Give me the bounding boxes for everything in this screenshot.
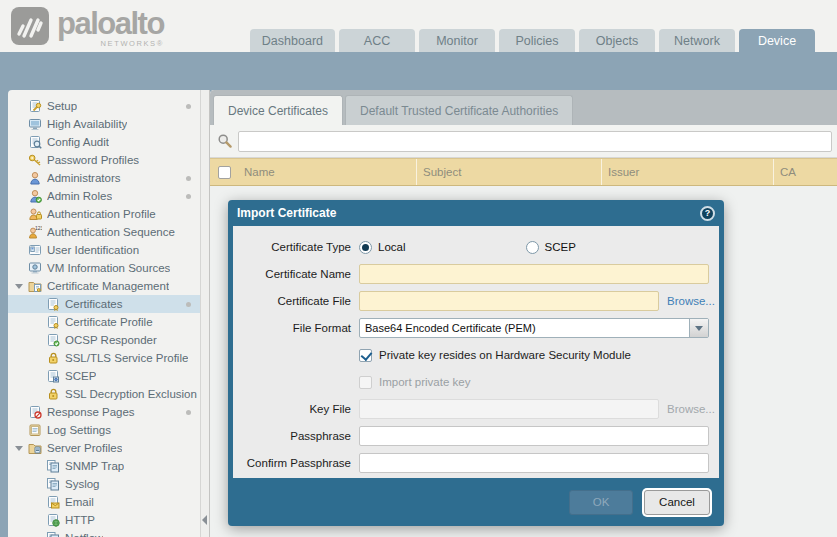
certificates-icon — [46, 297, 60, 311]
sidebar-item-label: Config Audit — [47, 136, 109, 148]
sidebar-item-http[interactable]: HTTP — [8, 511, 200, 529]
sidebar-item-label: SNMP Trap — [65, 460, 124, 472]
expander-icon[interactable] — [15, 446, 23, 451]
sidebar-item-ocsp-responder[interactable]: OCSP Responder — [8, 331, 200, 349]
column-header-ca[interactable]: CA — [773, 159, 837, 185]
key-file-label: Key File — [239, 403, 359, 415]
server-profiles-icon — [28, 441, 42, 455]
hsm-checkbox-label: Private key resides on Hardware Security… — [379, 349, 631, 361]
sidebar-item-server-profiles[interactable]: Server Profiles — [8, 439, 200, 457]
radio-scep-label: SCEP — [545, 241, 576, 253]
radio-local[interactable] — [359, 241, 372, 254]
sidebar-item-label: SSL Decryption Exclusion — [65, 388, 197, 400]
sidebar-item-label: OCSP Responder — [65, 334, 157, 346]
certificate-name-input[interactable] — [359, 264, 709, 284]
tab-network[interactable]: Network — [659, 29, 735, 52]
sidebar-item-admin-roles[interactable]: Admin Roles — [8, 187, 200, 205]
sidebar-item-label: Authentication Profile — [47, 208, 156, 220]
dialog-title: Import Certificate — [237, 206, 336, 220]
tab-monitor[interactable]: Monitor — [419, 29, 495, 52]
hsm-checkbox[interactable] — [359, 349, 372, 362]
sidebar-item-certificates[interactable]: Certificates — [8, 295, 200, 313]
sidebar-item-certificate-profile[interactable]: Certificate Profile — [8, 313, 200, 331]
passphrase-label: Passphrase — [239, 430, 359, 442]
high-availability-icon — [28, 117, 42, 131]
svg-text:123: 123 — [35, 225, 42, 231]
netflow-icon — [46, 531, 60, 537]
certificate-file-browse-button[interactable]: Browse... — [667, 295, 715, 307]
authentication-profile-icon — [28, 207, 42, 221]
sidebar-splitter[interactable] — [200, 90, 210, 537]
sidebar-item-authentication-sequence[interactable]: 123Authentication Sequence — [8, 223, 200, 241]
row-dot-icon — [186, 410, 191, 415]
sidebar-item-label: Syslog — [65, 478, 100, 490]
app-window: paloalto NETWORKS® DashboardACCMonitorPo… — [0, 0, 837, 537]
cancel-button[interactable]: Cancel — [644, 490, 710, 515]
confirm-passphrase-label: Confirm Passphrase — [239, 457, 359, 469]
row-dot-icon — [186, 194, 191, 199]
sidebar-item-label: User Identification — [47, 244, 139, 256]
sidebar-item-authentication-profile[interactable]: Authentication Profile — [8, 205, 200, 223]
sidebar-item-config-audit[interactable]: Config Audit — [8, 133, 200, 151]
sidebar-item-snmp-trap[interactable]: SNMP Trap — [8, 457, 200, 475]
column-header-name[interactable]: Name — [238, 159, 416, 185]
administrators-icon — [28, 171, 42, 185]
sidebar-item-ssl-tls-service-profile[interactable]: SSL/TLS Service Profile — [8, 349, 200, 367]
sidebar-item-label: Server Profiles — [47, 442, 122, 454]
sidebar-item-netflow[interactable]: Netflow — [8, 529, 200, 537]
dialog-footer: OK Cancel — [228, 478, 724, 526]
sidebar-item-syslog[interactable]: Syslog — [8, 475, 200, 493]
select-all-checkbox[interactable] — [218, 166, 231, 179]
chevron-down-icon[interactable] — [689, 319, 708, 337]
help-icon[interactable]: ? — [700, 206, 715, 221]
sidebar-item-administrators[interactable]: Administrators — [8, 169, 200, 187]
sidebar-item-certificate-management[interactable]: Certificate Management — [8, 277, 200, 295]
certificate-file-input[interactable] — [359, 291, 659, 311]
header-band — [0, 52, 837, 90]
tab-dashboard[interactable]: Dashboard — [250, 29, 335, 52]
sidebar-item-response-pages[interactable]: Response Pages — [8, 403, 200, 421]
column-header-subject[interactable]: Subject — [416, 159, 601, 185]
column-header-issuer[interactable]: Issuer — [601, 159, 773, 185]
sidebar-item-email[interactable]: Email — [8, 493, 200, 511]
top-header: paloalto NETWORKS® DashboardACCMonitorPo… — [0, 0, 837, 52]
ocsp-responder-icon — [46, 333, 60, 347]
file-format-label: File Format — [239, 322, 359, 334]
sidebar-item-vm-information-sources[interactable]: VM Information Sources — [8, 259, 200, 277]
user-identification-icon — [28, 243, 42, 257]
tab-device[interactable]: Device — [739, 29, 815, 52]
search-input[interactable] — [238, 131, 832, 152]
sidebar-item-label: High Availability — [47, 118, 127, 130]
tab-objects[interactable]: Objects — [579, 29, 655, 52]
tab-default-trusted-certificate-authorities[interactable]: Default Trusted Certificate Authorities — [345, 95, 573, 125]
paloalto-logo: paloalto NETWORKS® — [10, 6, 164, 48]
sidebar-item-scep[interactable]: SCEP — [8, 367, 200, 385]
import-private-key-checkbox — [359, 376, 372, 389]
radio-scep[interactable] — [526, 241, 539, 254]
tab-device-certificates[interactable]: Device Certificates — [213, 95, 343, 125]
tab-policies[interactable]: Policies — [499, 29, 575, 52]
dialog-body: Certificate Type Local SCEP Certificate … — [228, 226, 724, 478]
sidebar-item-log-settings[interactable]: Log Settings — [8, 421, 200, 439]
sidebar-item-label: HTTP — [65, 514, 95, 526]
expander-icon[interactable] — [15, 284, 23, 289]
sidebar-collapse-icon[interactable] — [202, 515, 207, 525]
sidebar-item-password-profiles[interactable]: Password Profiles — [8, 151, 200, 169]
sidebar-item-label: Setup — [47, 100, 77, 112]
certificate-management-icon — [28, 279, 42, 293]
sidebar-item-label: Authentication Sequence — [47, 226, 175, 238]
content-tabstrip: Device CertificatesDefault Trusted Certi… — [210, 90, 837, 125]
sidebar-item-user-identification[interactable]: User Identification — [8, 241, 200, 259]
vm-information-sources-icon — [28, 261, 42, 275]
tab-acc[interactable]: ACC — [339, 29, 415, 52]
sidebar-item-label: Log Settings — [47, 424, 111, 436]
passphrase-input[interactable] — [359, 426, 709, 446]
sidebar-item-label: VM Information Sources — [47, 262, 170, 274]
sidebar-item-label: Certificate Management — [47, 280, 169, 292]
sidebar-item-setup[interactable]: Setup — [8, 97, 200, 115]
sidebar-item-high-availability[interactable]: High Availability — [8, 115, 200, 133]
sidebar-item-label: Certificates — [65, 298, 123, 310]
sidebar-item-ssl-decryption-exclusion[interactable]: SSL Decryption Exclusion — [8, 385, 200, 403]
confirm-passphrase-input[interactable] — [359, 453, 709, 473]
file-format-select[interactable]: Base64 Encoded Certificate (PEM) — [359, 318, 709, 338]
